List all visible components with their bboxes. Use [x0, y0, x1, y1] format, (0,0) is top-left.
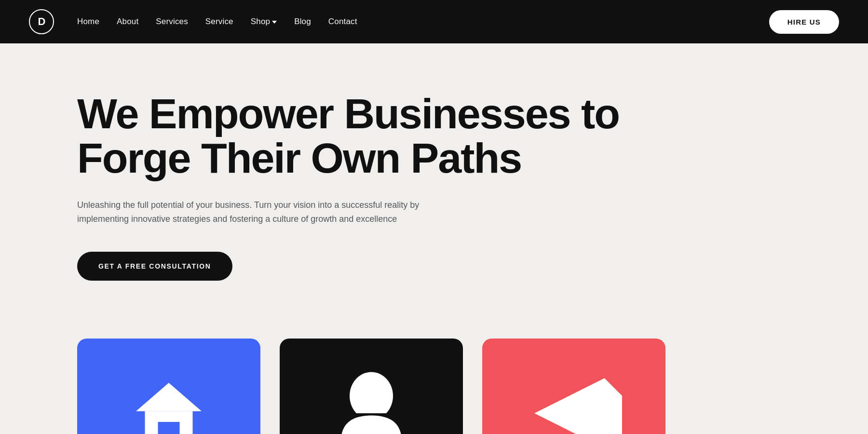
- hero-section: We Empower Businesses to Forge Their Own…: [0, 43, 868, 310]
- nav-link-contact[interactable]: Contact: [328, 17, 357, 26]
- nav-item-service[interactable]: Service: [205, 17, 233, 27]
- card-abstract: [482, 339, 665, 434]
- chevron-down-icon: [272, 21, 277, 24]
- nav-left: D Home About Services Service Shop: [29, 9, 357, 34]
- hero-headline: We Empower Businesses to Forge Their Own…: [77, 92, 656, 181]
- nav-link-shop[interactable]: Shop: [251, 17, 277, 27]
- arch-icon: [333, 370, 410, 434]
- nav-item-about[interactable]: About: [117, 17, 138, 27]
- nav-item-contact[interactable]: Contact: [328, 17, 357, 27]
- hire-us-button[interactable]: HIRE US: [769, 10, 839, 34]
- cta-button[interactable]: GET A FREE CONSULTATION: [77, 252, 232, 281]
- nav-link-services[interactable]: Services: [156, 17, 188, 26]
- card-house: [77, 339, 260, 434]
- svg-marker-2: [136, 383, 202, 411]
- nav-link-service[interactable]: Service: [205, 17, 233, 26]
- nav-item-shop[interactable]: Shop: [251, 17, 277, 27]
- logo[interactable]: D: [29, 9, 54, 34]
- nav-item-services[interactable]: Services: [156, 17, 188, 27]
- nav-links: Home About Services Service Shop Blog: [77, 17, 357, 27]
- house-icon: [125, 370, 212, 434]
- navbar: D Home About Services Service Shop: [0, 0, 868, 43]
- svg-rect-3: [158, 422, 180, 434]
- cards-section: [0, 310, 868, 434]
- abstract-icon: [526, 365, 622, 434]
- nav-item-blog[interactable]: Blog: [294, 17, 311, 27]
- nav-link-home[interactable]: Home: [77, 17, 99, 26]
- logo-letter: D: [38, 15, 45, 28]
- nav-link-blog[interactable]: Blog: [294, 17, 311, 26]
- nav-link-about[interactable]: About: [117, 17, 138, 26]
- card-arch: [280, 339, 463, 434]
- hero-subtitle: Unleashing the full potential of your bu…: [77, 198, 453, 227]
- nav-item-home[interactable]: Home: [77, 17, 99, 27]
- svg-point-4: [350, 372, 393, 420]
